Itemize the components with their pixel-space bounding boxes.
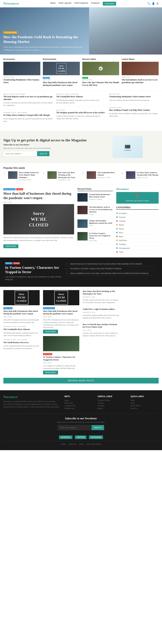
footer-email-input[interactable] xyxy=(58,425,92,430)
popular-item-title-4[interactable]: In China, Heavy Industry Unexpectedly Fa… xyxy=(137,171,159,176)
recent-post-categories: Economics, Trending xyxy=(89,198,113,200)
economics-card-title[interactable]: Transforming Manhattan's Most Famous Str… xyxy=(3,78,40,84)
featured-badge-2: Trending xyxy=(16,188,23,190)
env-card-title[interactable]: More than half of businesses that closed… xyxy=(43,81,80,86)
list-item[interactable]: ③SMALL FARMERS COULD LOSE JOBS, LIVELIHO… xyxy=(66,271,154,276)
footer-facebook-btn[interactable]: FACEBOOK xyxy=(59,436,72,439)
footer-twitter-btn[interactable]: TWITTER xyxy=(75,436,87,439)
news-item-title[interactable]: The designer granted the artist full acc… xyxy=(56,112,106,114)
economics-card-image[interactable] xyxy=(3,62,40,75)
footer-about-col: Newsource Newsource is a premium WordPre… xyxy=(3,395,59,410)
news-item-title[interactable]: In China, Heavy Industry Unexpectedly Fa… xyxy=(3,114,53,116)
recent-post-thumb xyxy=(77,220,88,228)
bottom-title[interactable]: How to Find the Best Outdoor Workout for… xyxy=(83,323,119,328)
featured-read-more-btn[interactable]: READ MORE xyxy=(3,244,18,248)
footer-useful-link-1[interactable]: Classifieds Themes xyxy=(98,399,126,401)
news-item-title[interactable]: The Unsinkable Boris Johnson xyxy=(56,96,106,98)
hero-featured[interactable]: Trending | Money How the Pandemic Gold R… xyxy=(0,8,89,54)
sidebar-category-item[interactable]: Money xyxy=(116,223,159,227)
popular-item-title-1[interactable]: These 6 High-Protein Air Fryer Dinners M… xyxy=(19,171,41,178)
browse-more-btn[interactable]: BROWSE MORE POSTS xyxy=(3,378,159,384)
news-item-meta: December 6, 2019 xyxy=(109,107,159,108)
newsletter-right: 💻 xyxy=(97,136,159,158)
footer-quick-link-4[interactable]: About Us xyxy=(131,408,159,409)
bottom-title[interactable]: Dan James Has Been Working on His Master… xyxy=(83,290,119,295)
recent-post-title[interactable]: Unique and beautiful lighthouses around … xyxy=(89,220,113,224)
nav-news[interactable]: News xyxy=(50,2,56,6)
footer-quick-link-2[interactable]: News xyxy=(131,402,159,404)
footer-meta-link-2[interactable]: Entries Feed xyxy=(64,402,93,404)
featured-article: Money · Staff Pick Trending More than ha… xyxy=(3,188,74,254)
dark-banner-title[interactable]: In 'Furious Country,' Characters Are Tra… xyxy=(5,265,63,274)
recent-post-title[interactable]: In 'Furious Country,' Characters Are Tra… xyxy=(89,232,113,239)
popular-item-title-2[interactable]: Dan James Has Been Working on His Master… xyxy=(58,171,80,178)
hero-content: Trending | Money How the Pandemic Gold R… xyxy=(0,28,89,54)
footer-useful-link-4[interactable]: Support xyxy=(98,408,126,409)
news-card-title[interactable]: The food industry needs to act now to cu… xyxy=(122,78,159,84)
video-card-title[interactable]: Here's the Top 5 Reasons Why You Should … xyxy=(82,81,119,86)
footer-bottom-about[interactable]: ABOUT US xyxy=(68,443,77,445)
newsletter-submit-btn[interactable]: SIGN UP xyxy=(37,151,49,156)
popular-info-2: Dan James Has Been Working on His Master… xyxy=(58,171,80,181)
bottom-title[interactable]: More than half of businesses that closed… xyxy=(3,310,40,315)
nav-purchase[interactable]: Purchase xyxy=(103,2,116,6)
footer-useful-link-3[interactable]: Forumbee xyxy=(98,405,126,406)
recent-post-title[interactable]: Transforming Manhattan's Most Famous Str… xyxy=(89,193,113,198)
sidebar-category-item[interactable]: Video xyxy=(116,250,159,254)
dark-banner-badge-2: Trending xyxy=(13,262,20,264)
search-icon[interactable]: 🔍 xyxy=(147,2,150,5)
news-item-meta: November 5, 2018 · 0 Comments xyxy=(56,93,106,95)
sidebar-category-item[interactable]: Photo xyxy=(116,234,159,238)
sidebar-category-item[interactable]: Uncategorized xyxy=(116,246,159,250)
recent-post-title[interactable]: The food industry needs to act now to cu… xyxy=(89,206,113,213)
news-card-image[interactable] xyxy=(122,62,159,75)
footer-meta-link-1[interactable]: Log In xyxy=(64,399,93,401)
footer-bottom-home[interactable]: HOME xyxy=(61,443,65,445)
featured-title[interactable]: More than half of businesses that closed… xyxy=(3,191,74,200)
menu-icon[interactable]: ☰ xyxy=(156,2,159,5)
hero-image xyxy=(89,8,162,54)
footer-bottom-news[interactable]: NEWS xyxy=(79,443,84,445)
footer-bottom-purchase[interactable]: PURCHASE THEME xyxy=(87,443,101,445)
news-item-title[interactable]: How Ordinary People Can Help Their Count… xyxy=(109,109,159,112)
environment-card-image[interactable]: SorryWE'RECLOSED xyxy=(43,62,80,75)
recent-post-item: Unique and beautiful lighthouses around … xyxy=(77,220,113,230)
nav-post-layouts[interactable]: Post Layouts xyxy=(59,2,71,6)
footer-meta-link-4[interactable]: WordPress.org xyxy=(64,408,93,409)
read-more-btn[interactable]: READ MORE xyxy=(43,370,58,374)
sidebar-category-item[interactable]: Staff Picks xyxy=(116,238,159,242)
news-item-title[interactable]: Transforming Manhattan's Most Famous Str… xyxy=(109,96,159,98)
footer-meta-link-3[interactable]: Comments Feed xyxy=(64,405,93,406)
user-icon[interactable]: 👤 xyxy=(152,2,155,5)
sidebar-promo[interactable]: 📍 Subscribe to get exclusive content xyxy=(116,192,159,204)
nav-features[interactable]: Features xyxy=(91,2,100,6)
sidebar-category-item[interactable]: Nature xyxy=(116,227,159,231)
video-card-image[interactable]: ▶ xyxy=(82,62,119,75)
bottom-meta: November 6, 2019 · One Comment xyxy=(3,339,40,340)
popular-item: 3 The Unsinkable Boris Johnson November … xyxy=(82,171,119,181)
news-item-title[interactable]: The food industry needs to act now to cu… xyxy=(3,96,53,101)
site-logo[interactable]: Newsource xyxy=(3,2,19,6)
footer-useful-link-2[interactable]: Youclips xyxy=(98,402,126,404)
sidebar-category-item[interactable]: Trending xyxy=(116,242,159,246)
footer-instagram-btn[interactable]: INSTAGRAM xyxy=(89,436,103,439)
newsletter-email-input[interactable] xyxy=(3,151,37,156)
popular-item-title-3[interactable]: The Unsinkable Boris Johnson xyxy=(97,171,119,176)
bottom-title[interactable]: More than half of businesses that closed… xyxy=(43,310,79,315)
sidebar-category-item[interactable]: Featured xyxy=(116,215,159,219)
bottom-title[interactable]: Audio Post: a sigh of autumn sadness xyxy=(83,308,119,311)
nav-post-features[interactable]: Post Features xyxy=(74,2,88,6)
sidebar-category-item[interactable]: Lifestyle xyxy=(116,219,159,223)
bottom-title[interactable]: The Small Business Recovery xyxy=(3,341,40,344)
footer-quick-link-3[interactable]: Privacy Policy xyxy=(131,405,159,406)
bottom-title[interactable]: In 'Furious Country,' Characters Are Tra… xyxy=(43,356,79,361)
list-item[interactable]: ②IN 'FURIOUS COUNTRY,' CHARACTERS ARE TR… xyxy=(66,266,154,271)
sidebar-category-item[interactable]: Economics xyxy=(116,211,159,215)
footer-quick-link-1[interactable]: Home xyxy=(131,399,159,401)
bottom-title[interactable]: The Unsinkable Boris Johnson xyxy=(3,328,40,331)
list-item[interactable]: ①MORE THAN HALF OF BUSINESSES THAT CLOSE… xyxy=(66,262,154,266)
hero-read-more-link[interactable]: frenzy. xyxy=(38,49,43,51)
read-more-btn[interactable]: READ MORE xyxy=(43,330,58,334)
footer-newsletter-btn[interactable]: SIGN UP xyxy=(92,425,104,430)
sidebar-category-item[interactable]: News xyxy=(116,231,159,234)
